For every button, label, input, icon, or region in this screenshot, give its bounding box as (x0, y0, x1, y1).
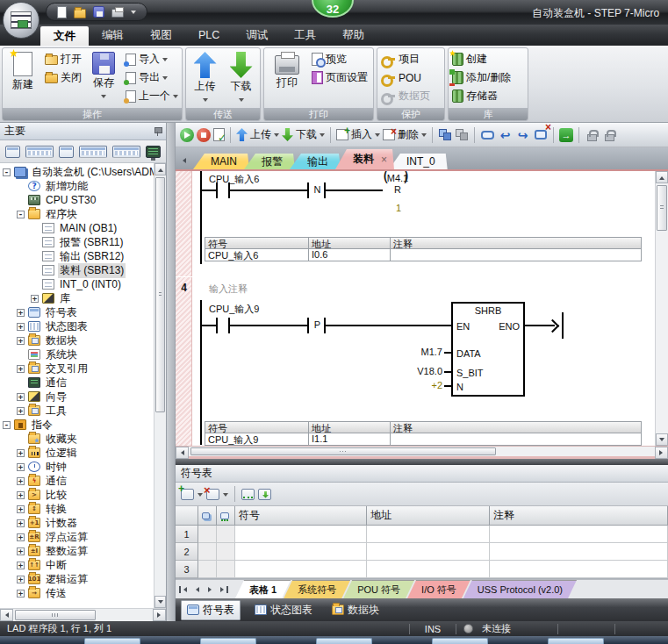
sheet-tab[interactable]: USS Protocol (v2.0) (463, 580, 577, 598)
print-icon[interactable] (111, 9, 124, 18)
sheet-tab[interactable]: 系统符号 (284, 580, 350, 598)
symbol-cell[interactable] (235, 543, 367, 561)
menu-item[interactable]: 工具 (281, 25, 329, 46)
status-chart-view-icon[interactable] (25, 146, 54, 158)
contact-icon[interactable] (216, 318, 218, 333)
tree-item[interactable]: + ↑↑ 中断 (0, 558, 154, 572)
delete-button[interactable]: 删除 (383, 127, 427, 142)
block-input-operand[interactable]: V18.0 (386, 366, 442, 376)
menu-item[interactable]: PLC (185, 25, 233, 46)
close-button[interactable]: 关闭 (43, 68, 83, 87)
tree-item[interactable]: + 工具 (0, 404, 154, 418)
print-button[interactable]: 打印 (266, 50, 308, 90)
download-toolbar-button[interactable]: 下载 (282, 127, 325, 142)
apply-changes-icon[interactable] (258, 489, 271, 500)
insert-button[interactable]: 插入 (336, 127, 380, 142)
next-sheet-icon[interactable] (204, 583, 217, 596)
scroll-left-button[interactable] (0, 609, 13, 621)
page-setup-button[interactable]: 页面设置 (310, 68, 370, 87)
tree-item[interactable]: + ↕ 转换 (0, 502, 154, 516)
ladder-editor[interactable]: CPU_输入6 N M4.1 ( R ) (176, 171, 655, 446)
tree-expander[interactable]: + (17, 505, 25, 513)
tree-item[interactable]: + 符号表 (0, 305, 154, 319)
cross-reference-view-icon[interactable] (112, 146, 140, 158)
menu-item[interactable]: 文件 (40, 26, 89, 46)
tree-expander[interactable]: + (17, 463, 25, 471)
shrb-instruction-block[interactable]: SHRB EN ENO DATA S_BIT N (451, 302, 525, 397)
comment-cell[interactable] (490, 561, 668, 578)
run-icon[interactable] (180, 128, 194, 142)
next-bookmark-icon[interactable]: ↪ (515, 127, 530, 142)
tree-item[interactable]: - 自动装盒机 (C:\Users\ADMI (0, 165, 154, 179)
tree-expander[interactable]: + (17, 337, 25, 345)
scroll-right-button[interactable] (655, 447, 668, 459)
pause-status-icon[interactable] (455, 128, 469, 141)
tree-item[interactable]: 输出 (SBR12) (0, 249, 154, 263)
editor-tab[interactable]: 报警 × (244, 154, 295, 169)
export-button[interactable]: 导出 (124, 68, 180, 87)
protect-project-button[interactable]: 项目 (379, 50, 432, 68)
tree-item[interactable]: + ±I 整数运算 (0, 544, 154, 558)
tree-item[interactable]: + 位逻辑 (0, 446, 154, 460)
tree-expander[interactable]: - (3, 168, 11, 176)
clear-bookmarks-icon[interactable] (535, 130, 547, 140)
editor-horizontal-scrollbar[interactable] (176, 446, 668, 459)
lock-icon[interactable] (587, 134, 597, 141)
tree-expander[interactable]: + (17, 590, 25, 597)
first-sheet-icon[interactable] (177, 583, 190, 596)
sidebar-horizontal-scrollbar[interactable] (0, 608, 166, 621)
tree-expander[interactable]: + (17, 533, 25, 541)
tree-expander[interactable]: + (17, 547, 25, 555)
data-block-view-icon[interactable] (59, 146, 74, 158)
taskbar-button[interactable] (316, 638, 372, 644)
program-status-icon[interactable] (438, 128, 452, 141)
tree-item[interactable]: 收藏夹 (0, 432, 154, 446)
scrollbar-thumb[interactable] (657, 185, 667, 231)
tab-close-icon[interactable]: × (381, 154, 387, 166)
tree-expander[interactable]: + (17, 576, 25, 583)
tree-expander[interactable]: + (17, 449, 25, 457)
tree-item[interactable]: ? 新增功能 (0, 179, 154, 193)
address-cell[interactable] (367, 543, 490, 561)
block-input-operand[interactable]: M1.7 (386, 347, 442, 357)
tree-item[interactable]: 系统块 (0, 347, 154, 361)
import-button[interactable]: 导入 (124, 50, 180, 68)
tree-expander[interactable]: + (17, 562, 25, 569)
library-create-button[interactable]: 创建 (450, 50, 513, 68)
tree-expander[interactable]: + (17, 393, 25, 401)
tree-item[interactable]: 报警 (SBR11) (0, 235, 154, 249)
scroll-down-button[interactable] (656, 433, 668, 446)
network-comment[interactable]: 输入注释 (209, 283, 248, 296)
editor-tab[interactable]: INT_0 × (389, 154, 448, 169)
menu-item[interactable]: 帮助 (329, 25, 377, 46)
tree-item[interactable]: MAIN (OB1) (0, 221, 154, 235)
symbol-cell[interactable] (235, 526, 367, 543)
block-input-operand[interactable]: +2 (386, 380, 442, 390)
taskbar-button[interactable] (84, 638, 140, 644)
new-document-icon[interactable] (57, 6, 67, 18)
tab-scroll-left-icon[interactable] (177, 154, 190, 168)
scrollbar-thumb[interactable] (155, 177, 165, 412)
tree-item[interactable]: + 向导 (0, 390, 154, 404)
editor-vertical-scrollbar[interactable] (655, 171, 668, 446)
insert-row-icon[interactable] (241, 489, 255, 500)
stop-icon[interactable] (197, 128, 211, 142)
goto-icon[interactable]: → (559, 128, 573, 142)
sidebar-vertical-scrollbar[interactable] (154, 163, 166, 608)
download-button[interactable]: 下载 (224, 50, 258, 104)
tree-item[interactable]: + 交叉引用 (0, 361, 154, 376)
comment-cell[interactable] (490, 543, 668, 561)
customize-toolbar-dropdown-icon[interactable] (131, 11, 136, 17)
tree-expander[interactable]: + (17, 365, 25, 373)
menu-item[interactable]: 调试 (233, 25, 281, 46)
positive-transition-contact-icon[interactable] (307, 318, 309, 333)
tree-item[interactable]: CPU ST30 (0, 193, 154, 207)
tree-item[interactable]: - 指令 (0, 418, 154, 432)
taskbar-button[interactable] (548, 638, 604, 644)
tree-item[interactable]: 通信 (0, 376, 154, 390)
symbol-cell[interactable] (235, 561, 367, 578)
add-table-icon[interactable] (181, 489, 194, 500)
dock-tab[interactable]: 数据块 (327, 601, 384, 619)
open-button[interactable]: 打开 (43, 50, 83, 68)
tree-item[interactable]: + ϟ 通信 (0, 474, 154, 488)
